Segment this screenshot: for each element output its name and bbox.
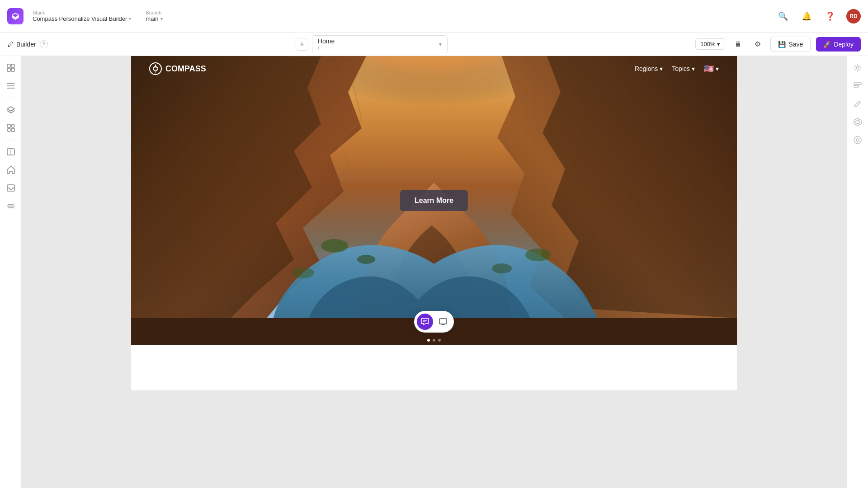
scroll-dot-2 [433,339,435,342]
site-logo-text: COMPASS [165,64,206,74]
add-page-button[interactable]: + [296,38,308,51]
deploy-label: Deploy [834,41,854,48]
compass-logo-icon [149,62,162,75]
branch-chevron-icon: ▾ [160,16,163,21]
zoom-chevron-icon: ▾ [717,41,720,47]
svg-point-29 [292,267,314,278]
svg-point-22 [854,136,861,144]
sidebar-divider-1 [5,98,17,98]
branch-label: Branch [146,10,162,15]
canvas-scroll: COMPASS Regions ▾ Topics ▾ 🇺🇸 [22,56,846,390]
nav-regions[interactable]: Regions ▾ [635,65,663,72]
svg-rect-7 [7,124,10,127]
page-name: Home [318,38,335,45]
user-avatar[interactable]: RD [846,9,861,23]
help-button[interactable]: ❓ [823,9,837,23]
app-logo[interactable] [7,8,24,24]
comment-tool-button[interactable] [417,314,433,330]
svg-marker-34 [154,64,157,68]
svg-rect-19 [854,85,859,87]
sidebar-item-tools[interactable] [3,198,19,214]
svg-rect-38 [439,319,447,324]
page-chevron-icon: ▾ [439,41,442,47]
right-panel-content[interactable] [849,78,866,94]
builder-right: 100% ▾ 🖥 ⚙ 💾 Save 🚀 Deploy [695,37,861,52]
svg-point-30 [525,249,551,261]
sidebar-item-components[interactable] [3,120,19,136]
search-button[interactable]: 🔍 [776,9,790,23]
right-sidebar [846,56,868,488]
deploy-button[interactable]: 🚀 Deploy [816,37,861,52]
svg-point-17 [856,66,859,69]
sidebar-item-list[interactable] [3,78,19,94]
right-panel-variables[interactable] [849,132,866,148]
header-left: Stack Compass Personalize Visual Builder… [7,8,163,24]
builder-center: + Home / ▾ [296,35,448,53]
svg-rect-0 [7,64,10,67]
svg-point-23 [856,139,859,141]
nav-language[interactable]: 🇺🇸 ▾ [704,64,719,74]
branch-info: Branch main ▾ [146,10,162,22]
builder-left: 🖊 Builder ? [7,40,48,48]
nav-topics[interactable]: Topics ▾ [672,65,695,72]
site-logo: COMPASS [149,62,206,75]
builder-text: Builder [16,41,36,48]
preview-tool-button[interactable] [435,314,451,330]
svg-point-8 [11,124,14,127]
builder-help-button[interactable]: ? [40,40,48,48]
bottom-floating-toolbar [414,311,454,333]
save-label: Save [788,41,803,48]
svg-point-31 [492,263,512,273]
site-navbar: COMPASS Regions ▾ Topics ▾ 🇺🇸 [131,56,737,81]
learn-more-button[interactable]: Learn More [400,190,468,211]
stack-branch-info: Stack Compass Personalize Visual Builder… [33,10,163,22]
flag-icon: 🇺🇸 [704,64,714,74]
svg-rect-1 [11,64,14,67]
sidebar-item-inbox[interactable] [3,180,19,196]
deploy-icon: 🚀 [823,41,831,48]
notifications-button[interactable]: 🔔 [799,9,814,23]
builder-mode-label: 🖊 Builder [7,41,36,48]
left-sidebar [0,56,22,488]
hero-section: COMPASS Regions ▾ Topics ▾ 🇺🇸 [131,56,737,345]
header-right: 🔍 🔔 ❓ RD [776,9,861,23]
topics-chevron-icon: ▾ [692,65,695,72]
builder-icon: 🖊 [7,41,14,48]
zoom-value: 100% [700,41,715,47]
right-panel-edit[interactable] [849,96,866,112]
svg-rect-10 [11,128,14,131]
svg-rect-3 [11,68,14,71]
save-button[interactable]: 💾 Save [770,37,811,52]
page-path: / [318,45,335,51]
svg-point-27 [321,239,348,253]
stack-value[interactable]: Compass Personalize Visual Builder ▾ [33,15,131,22]
scroll-dot-1 [427,339,430,342]
settings-button[interactable]: ⚙ [750,37,765,52]
website-preview: COMPASS Regions ▾ Topics ▾ 🇺🇸 [131,56,737,390]
svg-rect-18 [854,83,861,84]
language-chevron-icon: ▾ [716,65,719,72]
save-icon: 💾 [778,41,786,48]
canvas-area: COMPASS Regions ▾ Topics ▾ 🇺🇸 [22,56,846,488]
scroll-dots [427,339,441,342]
branch-value[interactable]: main ▾ [146,15,162,22]
sidebar-item-grid[interactable] [3,60,19,76]
sidebar-item-layers[interactable] [3,102,19,118]
desktop-preview-button[interactable]: 🖥 [731,37,745,52]
sidebar-item-home[interactable] [3,162,19,178]
sidebar-divider-2 [5,140,17,140]
zoom-control[interactable]: 100% ▾ [695,38,725,50]
svg-marker-35 [154,69,157,74]
stack-chevron-icon: ▾ [129,16,131,21]
scroll-dot-3 [438,339,441,342]
top-header: Stack Compass Personalize Visual Builder… [0,0,868,33]
stack-label: Stack [33,10,131,15]
right-panel-components[interactable] [849,114,866,130]
sidebar-item-responsive[interactable] [3,144,19,160]
site-nav-right: Regions ▾ Topics ▾ 🇺🇸 ▾ [635,64,719,74]
svg-marker-21 [856,120,859,124]
right-panel-settings[interactable] [849,60,866,76]
svg-marker-20 [854,118,861,126]
svg-point-28 [357,255,375,264]
page-selector[interactable]: Home / ▾ [312,35,448,53]
